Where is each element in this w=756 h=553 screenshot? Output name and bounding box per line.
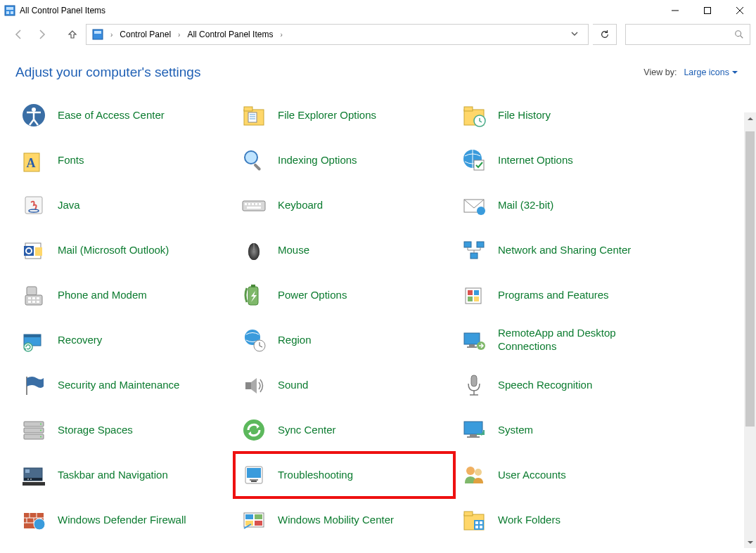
panel-item[interactable]: Mouse [234, 228, 454, 273]
panel-item-label: Sync Center [271, 424, 336, 437]
panel-item-label: Programs and Features [491, 289, 609, 302]
nav-bar: › Control Panel › All Control Panel Item… [0, 21, 756, 48]
panel-item[interactable]: Phone and Modem [14, 273, 234, 318]
panel-item-label: Region [271, 334, 312, 347]
panel-item-label: RemoteApp and Desktop Connections [491, 327, 653, 353]
svg-rect-9 [94, 31, 101, 34]
viewby-label: View by: [643, 67, 677, 77]
panel-item[interactable]: Mail (32-bit) [454, 183, 674, 228]
panel-item[interactable]: Internet Options [454, 138, 674, 183]
panel-item[interactable]: Keyboard [234, 183, 454, 228]
panel-item[interactable]: Ease of Access Center [14, 93, 234, 138]
sync-icon [237, 416, 271, 444]
panel-item[interactable]: Java [14, 183, 234, 228]
panel-item[interactable]: User Accounts [454, 453, 674, 497]
panel-item[interactable]: Region [234, 318, 454, 363]
close-button[interactable] [724, 0, 756, 21]
panel-item[interactable]: Windows Mobility Center [234, 497, 454, 542]
refresh-button[interactable] [593, 24, 617, 45]
forward-button[interactable] [32, 25, 51, 44]
panel-item[interactable]: Speech Recognition [454, 363, 674, 408]
panel-item[interactable]: File History [454, 93, 674, 138]
panel-item-label: Mail (32-bit) [491, 199, 553, 212]
title-bar: All Control Panel Items [0, 0, 756, 21]
speaker-icon [237, 371, 271, 399]
panel-item-label: Security and Maintenance [51, 379, 179, 392]
panel-item[interactable]: Windows Defender Firewall [14, 497, 234, 542]
items-panel: Ease of Access CenterFile Explorer Optio… [0, 89, 756, 553]
window-title: All Control Panel Items [20, 6, 105, 15]
panel-item[interactable]: Network and Sharing Center [454, 228, 674, 273]
panel-item[interactable]: Sync Center [234, 408, 454, 453]
up-button[interactable] [63, 25, 82, 44]
scroll-thumb[interactable] [745, 131, 755, 427]
search-icon [734, 30, 744, 39]
caret-down-icon [732, 70, 738, 75]
breadcrumb-item[interactable]: Control Panel [117, 28, 174, 41]
workfolders-icon [457, 506, 491, 534]
breadcrumb-item[interactable]: All Control Panel Items [184, 28, 276, 41]
firewall-icon [17, 506, 51, 534]
panel-item[interactable]: RemoteApp and Desktop Connections [454, 318, 674, 363]
panel-item[interactable]: Taskbar and Navigation [14, 453, 234, 497]
chevron-right-icon[interactable]: › [175, 31, 183, 39]
panel-item-label: File History [491, 109, 551, 122]
panel-item[interactable]: Sound [234, 363, 454, 408]
breadcrumb-icon [92, 29, 103, 40]
panel-item[interactable]: Power Options [234, 273, 454, 318]
panel-item-label: Java [51, 199, 80, 212]
panel-item-label: System [491, 424, 533, 437]
panel-item[interactable]: System [454, 408, 674, 453]
panel-item[interactable]: Work Folders [454, 497, 674, 542]
panel-item-label: File Explorer Options [271, 109, 376, 122]
panel-item[interactable]: Indexing Options [234, 138, 454, 183]
vertical-scrollbar[interactable] [744, 112, 756, 548]
panel-item-label: Mouse [271, 244, 309, 257]
programs-icon [457, 281, 491, 309]
panel-item-label: Troubleshooting [271, 469, 353, 482]
panel-item[interactable]: Programs and Features [454, 273, 674, 318]
java-icon [17, 191, 51, 219]
panel-item[interactable]: Mail (Microsoft Outlook) [14, 228, 234, 273]
accessibility-icon [17, 101, 51, 129]
panel-item-label: Storage Spaces [51, 424, 133, 437]
panel-item-label: Power Options [271, 289, 347, 302]
viewby-dropdown[interactable]: Large icons [684, 67, 738, 77]
back-button[interactable] [10, 25, 28, 44]
breadcrumb-dropdown[interactable] [564, 30, 585, 39]
viewby-value-text: Large icons [684, 67, 729, 77]
mail-icon [457, 191, 491, 219]
minimize-button[interactable] [659, 0, 691, 21]
panel-item[interactable]: Security and Maintenance [14, 363, 234, 408]
globe-clock-icon [237, 326, 271, 354]
items-grid: Ease of Access CenterFile Explorer Optio… [14, 93, 742, 542]
magnifier-icon [237, 146, 271, 174]
chevron-right-icon[interactable]: › [108, 31, 115, 39]
chevron-right-icon[interactable]: › [277, 31, 285, 39]
page-heading: Adjust your computer's settings [15, 65, 643, 80]
mouse-icon [237, 236, 271, 264]
panel-item[interactable]: Storage Spaces [14, 408, 234, 453]
globe-check-icon [457, 146, 491, 174]
panel-item-label: Taskbar and Navigation [51, 469, 168, 482]
search-input[interactable] [625, 24, 750, 45]
panel-item[interactable]: Fonts [14, 138, 234, 183]
panel-item[interactable]: Recovery [14, 318, 234, 363]
scroll-up-button[interactable] [744, 112, 756, 124]
panel-item-label: Windows Mobility Center [271, 514, 394, 527]
troubleshoot-icon [237, 461, 271, 489]
users-icon [457, 461, 491, 489]
content-header: Adjust your computer's settings View by:… [0, 48, 756, 89]
recovery-icon [17, 326, 51, 354]
panel-item[interactable]: File Explorer Options [234, 93, 454, 138]
svg-rect-1 [6, 7, 13, 10]
window-controls [659, 0, 756, 21]
panel-item-label: Ease of Access Center [51, 109, 165, 122]
panel-item[interactable]: Troubleshooting [234, 453, 454, 497]
scroll-track[interactable] [744, 124, 756, 536]
panel-item-label: Internet Options [491, 154, 573, 167]
scroll-down-button[interactable] [744, 536, 756, 548]
maximize-button[interactable] [691, 0, 724, 21]
panel-item-label: Windows Defender Firewall [51, 514, 186, 527]
breadcrumb-bar[interactable]: › Control Panel › All Control Panel Item… [86, 24, 589, 45]
